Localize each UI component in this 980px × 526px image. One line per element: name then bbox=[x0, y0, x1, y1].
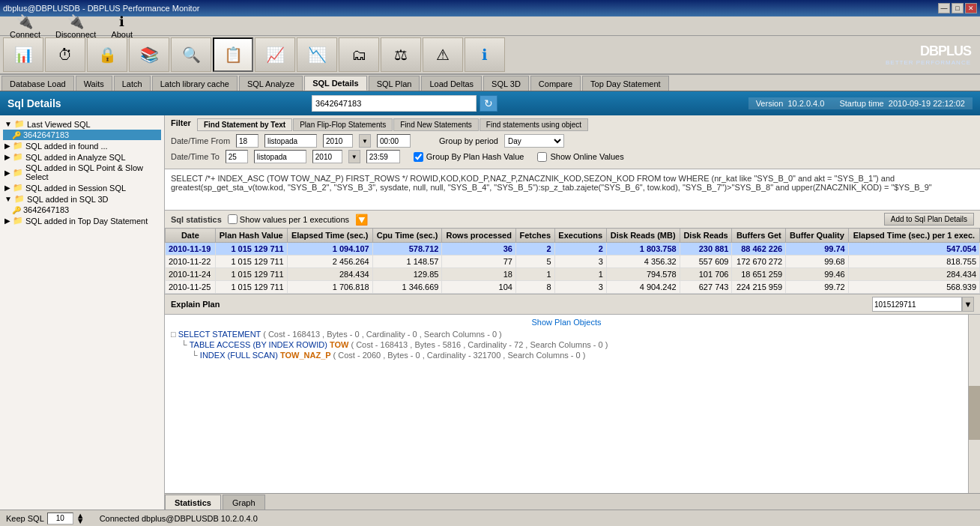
table-cell: 1 bbox=[554, 268, 606, 281]
tab-sql-plan[interactable]: SQL Plan bbox=[369, 76, 420, 91]
toolbar-sql-analyze[interactable]: 🔍 bbox=[171, 37, 211, 72]
plan-operation: SELECT STATEMENT bbox=[178, 330, 264, 339]
tab-sql-3d[interactable]: SQL 3D bbox=[483, 76, 529, 91]
table-cell: 224 215 959 bbox=[732, 281, 786, 294]
toolbar-database-load[interactable]: 📊 bbox=[3, 37, 43, 72]
title-bar-controls[interactable]: — □ ✕ bbox=[938, 3, 977, 13]
menu-disconnect[interactable]: 🔌 Disconnect bbox=[49, 18, 103, 34]
toolbar-latch[interactable]: 🔒 bbox=[87, 37, 127, 72]
toolbar-top-day-statement[interactable]: ⚠ bbox=[423, 37, 463, 72]
table-row[interactable]: 2010-11-221 015 129 7112 456.2641 148.57… bbox=[166, 256, 980, 268]
date-to-year-input[interactable]: 2010 bbox=[312, 150, 342, 163]
tab-compare[interactable]: Compare bbox=[530, 76, 581, 91]
explain-area: Show Plan Objects □ SELECT STATEMENT ( C… bbox=[165, 315, 980, 493]
app-logo: DBPLUS bbox=[920, 43, 971, 59]
toolbar-latch-library-cache[interactable]: 📚 bbox=[129, 37, 169, 72]
filter-tab-by-text[interactable]: Find Statement by Text bbox=[197, 118, 292, 131]
col-date: Date bbox=[166, 229, 216, 243]
sidebar-item-sql-analyze[interactable]: ▶ 📁 SQL added in Analyze SQL bbox=[3, 151, 161, 163]
show-values-checkbox-group: Show values per 1 executions bbox=[228, 214, 349, 224]
filter-tab-new-statements[interactable]: Find New Statements bbox=[393, 118, 479, 131]
menu-about[interactable]: ℹ About bbox=[104, 18, 139, 34]
sidebar-item-sql-top-day[interactable]: ▶ 📁 SQL added in Top Day Statement bbox=[3, 215, 161, 226]
plan-hash-input[interactable]: 1015129711 bbox=[872, 297, 962, 312]
date-from-month-input[interactable]: listopada bbox=[264, 134, 317, 148]
table-cell: 1 bbox=[515, 268, 554, 281]
sql-search-input[interactable]: 3642647183 bbox=[312, 95, 477, 112]
group-by-period-select[interactable]: Day bbox=[504, 134, 564, 148]
tab-top-day-statement[interactable]: Top Day Statement bbox=[582, 76, 669, 91]
add-to-plan-button[interactable]: Add to Sql Plan Details bbox=[884, 213, 974, 226]
table-row[interactable]: 2010-11-191 015 129 7111 094.107578.7123… bbox=[166, 243, 980, 256]
toolbar-sql-plan[interactable]: 📈 bbox=[255, 37, 295, 72]
statistics-table-container: Date Plan Hash Value Elapsed Time (sec.)… bbox=[165, 228, 980, 294]
table-cell: 284.434 bbox=[848, 268, 979, 281]
bottom-tab-statistics[interactable]: Statistics bbox=[165, 495, 221, 510]
filter-tab-flip-flop[interactable]: Plan Flip-Flop Statements bbox=[293, 118, 393, 131]
table-cell: 1 015 129 711 bbox=[215, 268, 287, 281]
sidebar-item-sql-3d-id[interactable]: 🔑 3642647183 bbox=[3, 205, 161, 215]
filter-tab-using-object[interactable]: Find statements using object bbox=[480, 118, 588, 131]
date-to-time-input[interactable]: 23:59 bbox=[366, 150, 400, 163]
explain-content: Show Plan Objects □ SELECT STATEMENT ( C… bbox=[165, 315, 968, 493]
sidebar-item-sql-point-slow[interactable]: ▶ 📁 SQL added in SQL Point & Slow Select bbox=[3, 163, 161, 182]
tab-latch-library-cache[interactable]: Latch library cache bbox=[152, 76, 238, 91]
sidebar-item-last-viewed[interactable]: ▼ 📁 Last Viewed SQL bbox=[3, 118, 161, 130]
keep-sql-spinner[interactable]: ▲▼ bbox=[76, 513, 85, 524]
refresh-button[interactable]: ↻ bbox=[480, 95, 497, 112]
plan-dropdown-icon[interactable]: ▼ bbox=[962, 297, 974, 312]
date-from-year-input[interactable]: 2010 bbox=[323, 134, 353, 148]
maximize-button[interactable]: □ bbox=[952, 3, 964, 13]
table-row[interactable]: 2010-11-251 015 129 7111 706.8181 346.66… bbox=[166, 281, 980, 294]
sidebar-item-sql-id[interactable]: 🔑 3642647183 bbox=[3, 130, 161, 140]
table-cell: 104 bbox=[442, 281, 516, 294]
toolbar-compare[interactable]: ⚖ bbox=[381, 37, 421, 72]
group-by-hash-checkbox[interactable] bbox=[414, 152, 423, 162]
keep-sql-input[interactable]: 10 bbox=[47, 513, 73, 525]
sql-header: Sql Details 3642647183 ↻ Version 10.2.0.… bbox=[0, 91, 980, 115]
toolbar-sql-details[interactable]: 📋 bbox=[213, 37, 253, 72]
toolbar-info[interactable]: ℹ bbox=[465, 37, 505, 72]
bottom-tab-graph[interactable]: Graph bbox=[223, 495, 265, 510]
toolbar-load-deltas[interactable]: 📉 bbox=[297, 37, 337, 72]
table-cell: 2010-11-19 bbox=[166, 243, 216, 256]
table-cell: 172 670 272 bbox=[732, 256, 786, 268]
tab-sql-analyze[interactable]: SQL Analyze bbox=[239, 76, 303, 91]
show-plan-objects-link[interactable]: Show Plan Objects bbox=[171, 318, 962, 327]
show-online-values-checkbox[interactable] bbox=[537, 152, 547, 162]
toolbar-waits[interactable]: ⏱ bbox=[45, 37, 85, 72]
sidebar-item-sql-session[interactable]: ▶ 📁 SQL added in Session SQL bbox=[3, 182, 161, 193]
table-cell: 284.434 bbox=[287, 268, 372, 281]
show-values-checkbox[interactable] bbox=[228, 214, 238, 224]
sidebar-item-sql-3d[interactable]: ▼ 📁 SQL added in SQL 3D bbox=[3, 193, 161, 205]
table-cell: 5 bbox=[515, 256, 554, 268]
date-from-time-input[interactable]: 00:00 bbox=[377, 134, 411, 148]
tab-latch[interactable]: Latch bbox=[114, 76, 151, 91]
close-button[interactable]: ✕ bbox=[965, 3, 977, 13]
date-from-day-input[interactable]: 18 bbox=[236, 134, 258, 148]
tab-database-load[interactable]: Database Load bbox=[1, 76, 74, 91]
date-to-month-input[interactable]: listopada bbox=[254, 150, 306, 163]
minimize-button[interactable]: — bbox=[938, 3, 950, 13]
date-from-dropdown-icon[interactable]: ▼ bbox=[359, 134, 371, 148]
explain-scrollbar[interactable] bbox=[968, 315, 980, 493]
date-to-day-input[interactable]: 25 bbox=[226, 150, 248, 163]
menu-connect[interactable]: 🔌 Connect bbox=[3, 18, 47, 34]
plan-line: □ SELECT STATEMENT ( Cost - 168413 , Byt… bbox=[171, 330, 962, 339]
sidebar-item-sql-added-found[interactable]: ▶ 📁 SQL added in found ... bbox=[3, 140, 161, 151]
plan-operation: TABLE ACCESS (BY INDEX ROWID) bbox=[190, 340, 330, 349]
statistics-title: Sql statistics bbox=[171, 215, 222, 224]
tab-sql-details[interactable]: SQL Details bbox=[304, 76, 367, 91]
table-cell: 547.054 bbox=[848, 243, 979, 256]
tab-waits[interactable]: Waits bbox=[76, 76, 112, 91]
plan-select-group: 1015129711 ▼ bbox=[872, 297, 974, 312]
table-cell: 2 bbox=[515, 243, 554, 256]
plan-cost: ( Cost - 168413 , Bytes - 5816 , Cardina… bbox=[351, 340, 608, 349]
tab-load-deltas[interactable]: Load Deltas bbox=[421, 76, 482, 91]
table-cell: 230 881 bbox=[680, 243, 732, 256]
filter-date-to-row: Date/Time To 25 listopada 2010 ▼ 23:59 G… bbox=[171, 150, 974, 163]
toolbar-sql-3d[interactable]: 🗂 bbox=[339, 37, 379, 72]
table-row[interactable]: 2010-11-241 015 129 711284.434129.851811… bbox=[166, 268, 980, 281]
group-by-hash-label: Group By Plan Hash Value bbox=[426, 152, 524, 161]
date-to-dropdown-icon[interactable]: ▼ bbox=[348, 150, 360, 163]
